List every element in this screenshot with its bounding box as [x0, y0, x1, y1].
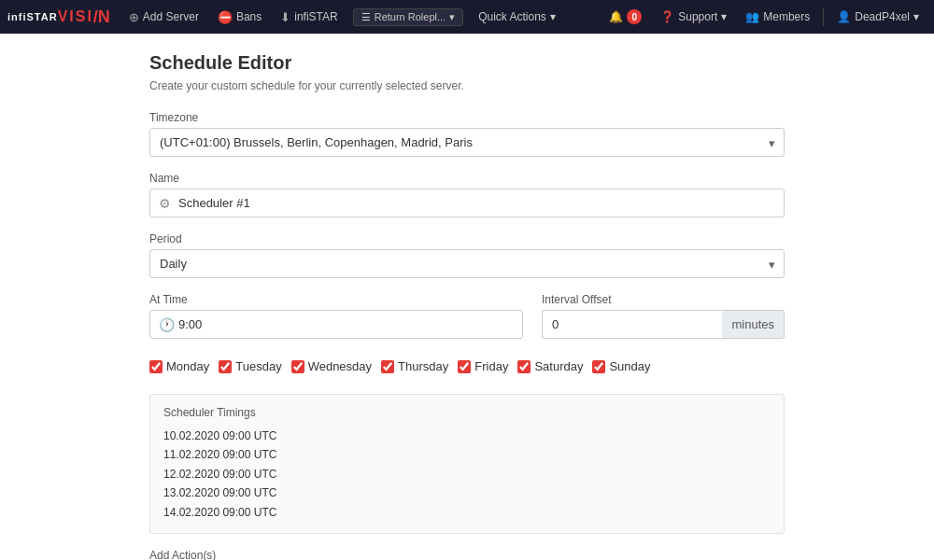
nav-divider [823, 7, 824, 26]
name-input-wrapper: ⚙ [149, 189, 785, 217]
editor-subtitle: Create your custom schedule for your cur… [149, 79, 785, 92]
timing-entry-4: 13.02.2020 09:00 UTC [163, 483, 771, 502]
label-saturday: Saturday [534, 359, 583, 373]
timing-entry-1: 10.02.2020 09:00 UTC [163, 427, 771, 445]
members-icon: 👥 [745, 10, 759, 23]
support-button[interactable]: ❓ Support ▾ [653, 0, 734, 34]
interval-input[interactable] [542, 310, 722, 339]
label-wednesday: Wednesday [308, 359, 372, 373]
support-chevron: ▾ [721, 10, 727, 23]
label-friday: Friday [474, 359, 508, 373]
period-select-wrapper: Daily ▾ [149, 249, 785, 278]
day-tuesday: Tuesday [219, 359, 281, 373]
checkbox-tuesday[interactable] [219, 360, 232, 373]
time-input-wrapper: 🕐 [149, 310, 523, 339]
editor-container: Schedule Editor Create your custom sched… [131, 34, 803, 560]
at-time-input[interactable] [149, 310, 523, 339]
label-monday: Monday [166, 359, 209, 373]
user-icon: 👤 [837, 10, 851, 23]
bans-button[interactable]: ⛔ Bans [210, 0, 269, 34]
add-actions-label: Add Action(s) [149, 549, 785, 560]
actions-group: Add Action(s) Global Chat Message ▾ [149, 549, 785, 560]
checkbox-sunday[interactable] [592, 360, 605, 373]
time-interval-row: At Time 🕐 Interval Offset minutes [149, 293, 785, 354]
quick-actions-chevron: ▾ [550, 10, 556, 23]
checkbox-monday[interactable] [149, 360, 163, 373]
server-selector[interactable]: ☰ Return Rolepl... ▾ [349, 0, 467, 34]
quick-actions-button[interactable]: Quick Actions ▾ [471, 0, 563, 34]
timing-entry-5: 14.02.2020 09:00 UTC [163, 503, 771, 522]
checkbox-thursday[interactable] [381, 360, 394, 373]
day-sunday: Sunday [592, 359, 650, 373]
checkbox-wednesday[interactable] [291, 360, 304, 373]
brand-slash-text: /N [93, 7, 110, 27]
navbar: infiSTAR VISI /N ⊕ Add Server ⛔ Bans ⬇ i… [0, 0, 934, 34]
download-icon: ⬇ [280, 10, 290, 24]
timings-title: Scheduler Timings [163, 406, 771, 419]
label-sunday: Sunday [609, 359, 650, 373]
user-menu-button[interactable]: 👤 DeadP4xel ▾ [829, 0, 927, 34]
scheduler-icon: ⚙ [159, 196, 171, 211]
minutes-badge: minutes [722, 310, 785, 339]
scheduler-timings-box: Scheduler Timings 10.02.2020 09:00 UTC 1… [149, 394, 785, 534]
label-thursday: Thursday [398, 359, 448, 373]
main-content: Schedule Editor Create your custom sched… [0, 34, 934, 560]
bell-icon: 🔔 [609, 10, 623, 23]
plus-icon: ⊕ [129, 10, 139, 24]
period-select[interactable]: Daily [149, 249, 785, 278]
menu-icon: ☰ [361, 11, 371, 23]
brand-infi-text: infiSTAR [7, 11, 58, 22]
timezone-select[interactable]: (UTC+01:00) Brussels, Berlin, Copenhagen… [149, 128, 785, 157]
days-group: Monday Tuesday Wednesday Thursday Friday [149, 354, 785, 379]
name-input[interactable] [149, 189, 785, 217]
brand-logo[interactable]: infiSTAR VISI /N [7, 7, 110, 27]
user-chevron: ▾ [913, 10, 919, 23]
interval-wrapper: minutes [542, 310, 785, 339]
at-time-group: At Time 🕐 [149, 293, 523, 339]
bell-button[interactable]: 🔔 0 [601, 0, 649, 34]
period-group: Period Daily ▾ [149, 232, 785, 278]
ban-icon: ⛔ [218, 10, 233, 24]
days-row: Monday Tuesday Wednesday Thursday Friday [149, 354, 785, 379]
server-expand-icon: ▾ [449, 11, 455, 23]
members-button[interactable]: 👥 Members [738, 0, 817, 34]
day-saturday: Saturday [517, 359, 583, 373]
notification-badge: 0 [627, 9, 642, 24]
timing-entry-3: 12.02.2020 09:00 UTC [163, 465, 771, 483]
checkbox-friday[interactable] [458, 360, 471, 373]
timezone-label: Timezone [149, 111, 785, 124]
page-title: Schedule Editor [149, 52, 785, 74]
add-server-button[interactable]: ⊕ Add Server [121, 0, 206, 34]
label-tuesday: Tuesday [235, 359, 281, 373]
period-label: Period [149, 232, 785, 245]
name-label: Name [149, 172, 785, 185]
day-friday: Friday [458, 359, 508, 373]
interval-label: Interval Offset [542, 293, 785, 306]
interval-group: Interval Offset minutes [542, 293, 785, 339]
brand-vision-text: VISI [58, 8, 93, 25]
day-wednesday: Wednesday [291, 359, 372, 373]
day-thursday: Thursday [381, 359, 448, 373]
timezone-select-wrapper: (UTC+01:00) Brussels, Berlin, Copenhagen… [149, 128, 785, 157]
name-group: Name ⚙ [149, 172, 785, 217]
day-monday: Monday [149, 359, 209, 373]
timing-entry-2: 11.02.2020 09:00 UTC [163, 445, 771, 464]
infistar-button[interactable]: ⬇ infiSTAR [273, 0, 345, 34]
checkbox-saturday[interactable] [517, 360, 531, 373]
at-time-label: At Time [149, 293, 523, 306]
timezone-group: Timezone (UTC+01:00) Brussels, Berlin, C… [149, 111, 785, 157]
clock-icon: 🕐 [159, 317, 175, 332]
question-icon: ❓ [660, 10, 674, 23]
